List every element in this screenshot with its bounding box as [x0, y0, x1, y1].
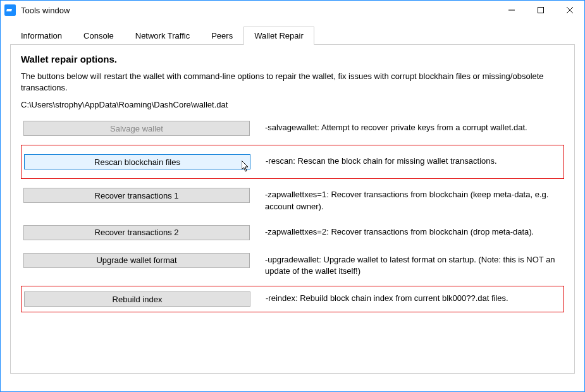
recover-transactions-1-desc: -zapwallettxes=1: Recover transactions f… — [265, 188, 562, 212]
option-rebuild-row: Rebuild index -reindex: Rebuild block ch… — [21, 286, 564, 312]
window-controls — [497, 1, 584, 20]
recover-transactions-2-desc: -zapwallettxes=2: Recover transactions f… — [265, 225, 562, 238]
upgrade-wallet-format-desc: -upgradewallet: Upgrade wallet to latest… — [265, 253, 562, 277]
recover-transactions-2-button[interactable]: Recover transactions 2 — [23, 225, 250, 240]
option-salvage-row: Salvage wallet -salvagewallet: Attempt t… — [21, 117, 564, 140]
recover-transactions-1-button[interactable]: Recover transactions 1 — [23, 188, 250, 203]
tab-bar: Information Console Network Traffic Peer… — [10, 26, 575, 45]
svg-rect-1 — [538, 8, 544, 13]
rebuild-index-button[interactable]: Rebuild index — [24, 291, 250, 307]
tab-information[interactable]: Information — [10, 27, 73, 45]
upgrade-wallet-format-button[interactable]: Upgrade wallet format — [23, 253, 250, 268]
salvage-wallet-button[interactable]: Salvage wallet — [23, 121, 250, 136]
tab-network-traffic[interactable]: Network Traffic — [125, 27, 200, 45]
minimize-button[interactable] — [497, 1, 526, 20]
rescan-blockchain-button[interactable]: Rescan blockchain files — [24, 154, 250, 169]
salvage-wallet-desc: -salvagewallet: Attempt to recover priva… — [265, 121, 562, 133]
close-button[interactable] — [555, 1, 584, 20]
option-recover1-row: Recover transactions 1 -zapwallettxes=1:… — [21, 184, 564, 216]
option-upgrade-row: Upgrade wallet format -upgradewallet: Up… — [21, 249, 564, 281]
option-rescan-row: Rescan blockchain files -rescan: Rescan … — [21, 145, 564, 179]
app-icon — [4, 4, 16, 16]
tab-wallet-repair[interactable]: Wallet Repair — [243, 27, 314, 45]
rescan-blockchain-desc: -rescan: Rescan the block chain for miss… — [266, 154, 561, 167]
content-area: Information Console Network Traffic Peer… — [1, 20, 584, 391]
tools-window: Tools window Information Console Network… — [0, 0, 585, 392]
wallet-repair-panel: Wallet repair options. The buttons below… — [10, 45, 575, 374]
wallet-path: C:\Users\strophy\AppData\Roaming\DashCor… — [21, 100, 564, 109]
panel-description: The buttons below will restart the walle… — [21, 71, 564, 94]
option-recover2-row: Recover transactions 2 -zapwallettxes=2:… — [21, 221, 564, 244]
titlebar: Tools window — [1, 1, 584, 20]
tab-console[interactable]: Console — [73, 27, 125, 45]
maximize-button[interactable] — [526, 1, 555, 20]
window-title: Tools window — [21, 6, 497, 15]
rebuild-index-desc: -reindex: Rebuild block chain index from… — [266, 291, 561, 304]
tab-peers[interactable]: Peers — [200, 27, 243, 45]
panel-heading: Wallet repair options. — [21, 54, 564, 64]
